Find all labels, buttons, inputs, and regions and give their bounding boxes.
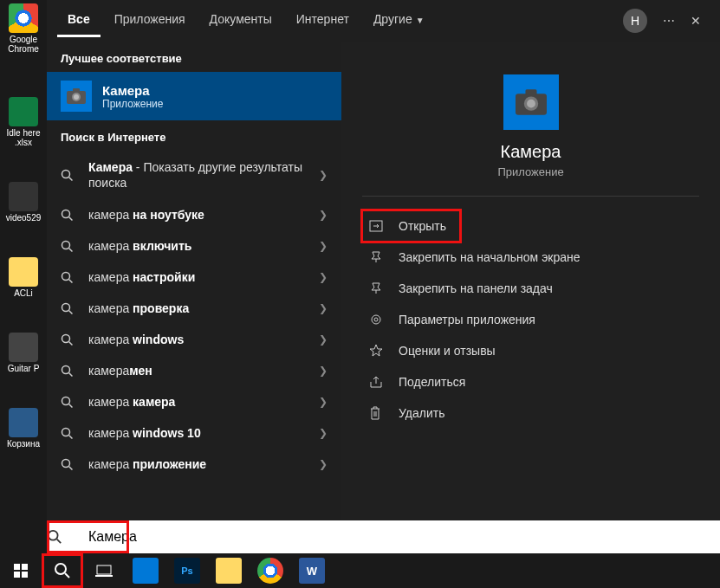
svg-rect-33 (14, 564, 20, 570)
action-open[interactable]: Открыть (362, 210, 460, 242)
chrome-icon (9, 3, 38, 33)
chevron-right-icon: ❯ (319, 302, 328, 314)
open-icon (369, 220, 385, 232)
tab-all[interactable]: Все (57, 5, 101, 37)
action-label: Поделиться (399, 375, 465, 389)
desktop-icon-label: Guitar P (0, 364, 47, 373)
web-result-label: камера камера (88, 395, 308, 409)
web-result-label: камера проверка (88, 301, 308, 315)
desktop-icon-aclib[interactable]: ACLi (0, 254, 47, 303)
desktop-icon-label: ACLi (0, 288, 47, 298)
camera-icon (503, 74, 559, 130)
best-match-title: Камера (102, 83, 163, 98)
search-icon (61, 427, 78, 440)
taskbar-app-chrome[interactable] (250, 553, 291, 588)
svg-line-19 (69, 404, 73, 408)
taskbar-app-explorer[interactable] (208, 553, 250, 588)
web-result-item[interactable]: камера проверка❯ (47, 293, 341, 324)
taskbar-app-ps[interactable]: Ps (166, 553, 208, 588)
desktop-icon-label: Google Chrome (0, 35, 47, 54)
tab-web[interactable]: Интернет (286, 5, 360, 37)
svg-rect-36 (22, 572, 28, 578)
search-tabs: Все Приложения Документы Интернет Другие… (47, 0, 720, 42)
svg-point-22 (62, 459, 70, 467)
action-label: Закрепить на начальном экране (399, 250, 581, 264)
action-share[interactable]: Поделиться (362, 366, 699, 397)
svg-rect-39 (97, 565, 111, 574)
chrome-icon (257, 558, 283, 584)
desktop-icon-chrome[interactable]: Google Chrome (0, 0, 47, 59)
svg-point-16 (62, 365, 70, 373)
svg-rect-40 (95, 575, 113, 577)
web-result-item[interactable]: камера windows❯ (47, 324, 341, 355)
search-icon (47, 529, 88, 545)
preview-title: Камера (362, 142, 699, 162)
action-label: Удалить (399, 406, 444, 420)
excel-icon (9, 97, 38, 126)
web-result-item[interactable]: камера настройки❯ (47, 262, 341, 293)
more-icon[interactable]: ⋯ (663, 14, 675, 28)
word-icon: W (299, 558, 325, 584)
search-input[interactable] (88, 520, 720, 553)
web-result-item[interactable]: Камера - Показать другие результаты поис… (47, 151, 341, 199)
folder-icon (9, 257, 38, 287)
web-result-label: камера windows (88, 333, 308, 346)
svg-point-30 (374, 318, 378, 321)
calculator-icon (133, 558, 159, 584)
tab-more-label: Другие (373, 12, 412, 26)
tab-apps[interactable]: Приложения (104, 5, 196, 37)
taskbar-app-calc[interactable] (125, 553, 166, 588)
svg-line-9 (69, 249, 73, 252)
svg-line-38 (65, 573, 69, 578)
desktop-icon-trash[interactable]: Корзина (0, 404, 47, 454)
chevron-right-icon: ❯ (319, 365, 328, 377)
web-result-item[interactable]: камерамен❯ (47, 355, 341, 386)
chevron-right-icon: ❯ (319, 396, 328, 408)
search-icon (61, 333, 78, 346)
svg-line-13 (69, 311, 73, 314)
web-result-item[interactable]: камера windows 10❯ (47, 417, 341, 449)
svg-line-23 (69, 467, 73, 470)
tab-more[interactable]: Другие▼ (363, 5, 435, 37)
search-icon (61, 365, 78, 378)
web-result-label: камера windows 10 (88, 426, 308, 440)
tab-documents[interactable]: Документы (199, 5, 282, 37)
actions-list: ОткрытьЗакрепить на начальном экранеЗакр… (362, 197, 699, 429)
search-box[interactable] (47, 520, 720, 553)
svg-point-27 (527, 100, 535, 108)
svg-line-5 (69, 177, 73, 180)
svg-point-4 (62, 170, 70, 178)
search-button[interactable] (42, 553, 83, 588)
web-result-item[interactable]: камера приложение❯ (47, 449, 341, 480)
svg-line-15 (69, 342, 73, 346)
action-star[interactable]: Оценки и отзывы (362, 335, 699, 366)
action-settings[interactable]: Параметры приложения (362, 304, 699, 335)
action-pin-task[interactable]: Закрепить на панели задач (362, 273, 699, 304)
svg-point-37 (55, 564, 66, 574)
action-pin-start[interactable]: Закрепить на начальном экране (362, 242, 699, 273)
taskview-button[interactable] (83, 553, 125, 588)
web-result-item[interactable]: камера на ноутбуке❯ (47, 199, 341, 230)
web-result-label: камерамен (88, 364, 308, 378)
best-match-header: Лучшее соответствие (47, 42, 341, 72)
svg-rect-35 (14, 572, 20, 578)
user-avatar[interactable]: Н (623, 9, 647, 33)
close-icon[interactable]: ✕ (691, 14, 701, 28)
web-result-item[interactable]: камера включить❯ (47, 230, 341, 262)
settings-icon (369, 313, 385, 326)
svg-point-20 (62, 428, 70, 436)
best-match-item[interactable]: Камера Приложение (47, 72, 341, 120)
web-search-header: Поиск в Интернете (47, 120, 341, 151)
svg-point-8 (62, 241, 70, 249)
desktop-icon-label: Idle here .xlsx (0, 128, 47, 147)
action-trash[interactable]: Удалить (362, 397, 699, 429)
web-result-item[interactable]: камера камера❯ (47, 386, 341, 417)
desktop-icon-xlsx[interactable]: Idle here .xlsx (0, 94, 47, 152)
action-label: Параметры приложения (399, 313, 535, 326)
search-icon (61, 240, 78, 253)
desktop-icon-guitar[interactable]: Guitar P (0, 329, 47, 378)
start-button[interactable] (0, 553, 42, 588)
desktop-icon-video[interactable]: video529 (0, 178, 47, 228)
taskbar-app-word[interactable]: W (291, 553, 333, 588)
svg-line-32 (57, 540, 62, 544)
